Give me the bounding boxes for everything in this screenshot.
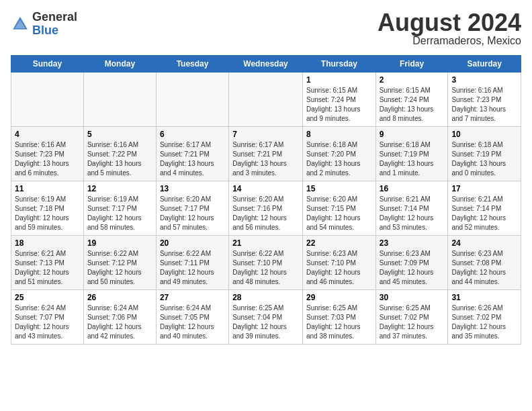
logo-blue-text: Blue xyxy=(32,24,77,38)
calendar-cell: 23Sunrise: 6:23 AMSunset: 7:09 PMDayligh… xyxy=(375,236,448,290)
week-row-3: 11Sunrise: 6:19 AMSunset: 7:18 PMDayligh… xyxy=(11,181,521,236)
calendar-cell: 1Sunrise: 6:15 AMSunset: 7:24 PMDaylight… xyxy=(302,73,375,127)
calendar-cell xyxy=(156,73,228,127)
logo: General Blue xyxy=(11,11,77,38)
day-info: Sunrise: 6:25 AMSunset: 7:03 PMDaylight:… xyxy=(306,304,372,341)
day-info: Sunrise: 6:22 AMSunset: 7:11 PMDaylight:… xyxy=(160,249,225,287)
calendar-cell: 25Sunrise: 6:24 AMSunset: 7:07 PMDayligh… xyxy=(11,290,84,345)
calendar-cell: 14Sunrise: 6:20 AMSunset: 7:16 PMDayligh… xyxy=(229,181,303,236)
day-number: 29 xyxy=(306,293,372,302)
header-thursday: Thursday xyxy=(302,56,375,73)
day-info: Sunrise: 6:21 AMSunset: 7:13 PMDaylight:… xyxy=(15,249,80,287)
calendar-cell: 21Sunrise: 6:22 AMSunset: 7:10 PMDayligh… xyxy=(229,236,303,290)
title-block: August 2024 Derramaderos, Mexico xyxy=(378,11,521,47)
header-friday: Friday xyxy=(375,56,448,73)
week-row-4: 18Sunrise: 6:21 AMSunset: 7:13 PMDayligh… xyxy=(11,236,521,290)
header-monday: Monday xyxy=(83,56,156,73)
calendar-cell: 9Sunrise: 6:18 AMSunset: 7:19 PMDaylight… xyxy=(375,127,448,181)
day-number: 13 xyxy=(160,184,225,193)
day-number: 15 xyxy=(306,184,372,193)
day-number: 16 xyxy=(380,184,445,193)
day-number: 30 xyxy=(380,293,445,302)
day-number: 3 xyxy=(451,75,517,85)
day-number: 1 xyxy=(306,75,372,85)
day-number: 27 xyxy=(160,293,225,302)
calendar-cell: 13Sunrise: 6:20 AMSunset: 7:17 PMDayligh… xyxy=(156,181,228,236)
calendar-cell: 20Sunrise: 6:22 AMSunset: 7:11 PMDayligh… xyxy=(156,236,228,290)
day-number: 14 xyxy=(232,184,299,193)
day-info: Sunrise: 6:24 AMSunset: 7:06 PMDaylight:… xyxy=(87,304,152,341)
day-info: Sunrise: 6:17 AMSunset: 7:21 PMDaylight:… xyxy=(232,140,299,178)
page-header: General Blue August 2024 Derramaderos, M… xyxy=(11,11,521,47)
calendar-table: SundayMondayTuesdayWednesdayThursdayFrid… xyxy=(11,55,521,345)
day-info: Sunrise: 6:23 AMSunset: 7:10 PMDaylight:… xyxy=(306,249,372,287)
calendar-cell xyxy=(11,73,84,127)
day-number: 4 xyxy=(15,130,80,139)
day-info: Sunrise: 6:24 AMSunset: 7:07 PMDaylight:… xyxy=(15,304,80,341)
day-info: Sunrise: 6:18 AMSunset: 7:20 PMDaylight:… xyxy=(306,140,372,178)
calendar-cell: 17Sunrise: 6:21 AMSunset: 7:14 PMDayligh… xyxy=(448,181,521,236)
day-number: 10 xyxy=(451,130,517,139)
calendar-cell: 3Sunrise: 6:16 AMSunset: 7:23 PMDaylight… xyxy=(448,73,521,127)
calendar-cell: 22Sunrise: 6:23 AMSunset: 7:10 PMDayligh… xyxy=(302,236,375,290)
day-info: Sunrise: 6:25 AMSunset: 7:04 PMDaylight:… xyxy=(232,304,299,341)
day-number: 28 xyxy=(232,293,299,302)
calendar-cell: 24Sunrise: 6:23 AMSunset: 7:08 PMDayligh… xyxy=(448,236,521,290)
day-info: Sunrise: 6:19 AMSunset: 7:17 PMDaylight:… xyxy=(87,195,152,232)
calendar-cell: 26Sunrise: 6:24 AMSunset: 7:06 PMDayligh… xyxy=(83,290,156,345)
day-info: Sunrise: 6:21 AMSunset: 7:14 PMDaylight:… xyxy=(380,195,445,232)
calendar-cell: 31Sunrise: 6:26 AMSunset: 7:02 PMDayligh… xyxy=(448,290,521,345)
calendar-header: SundayMondayTuesdayWednesdayThursdayFrid… xyxy=(11,56,521,73)
day-number: 20 xyxy=(160,238,225,248)
day-info: Sunrise: 6:22 AMSunset: 7:12 PMDaylight:… xyxy=(87,249,152,287)
header-row: SundayMondayTuesdayWednesdayThursdayFrid… xyxy=(11,56,521,73)
day-info: Sunrise: 6:24 AMSunset: 7:05 PMDaylight:… xyxy=(160,304,225,341)
day-number: 12 xyxy=(87,184,152,193)
day-number: 5 xyxy=(87,130,152,139)
week-row-2: 4Sunrise: 6:16 AMSunset: 7:23 PMDaylight… xyxy=(11,127,521,181)
logo-text: General Blue xyxy=(32,11,77,38)
day-info: Sunrise: 6:20 AMSunset: 7:16 PMDaylight:… xyxy=(232,195,299,232)
calendar-cell: 28Sunrise: 6:25 AMSunset: 7:04 PMDayligh… xyxy=(229,290,303,345)
day-number: 18 xyxy=(15,238,80,248)
day-number: 19 xyxy=(87,238,152,248)
calendar-cell: 10Sunrise: 6:18 AMSunset: 7:19 PMDayligh… xyxy=(448,127,521,181)
calendar-cell: 16Sunrise: 6:21 AMSunset: 7:14 PMDayligh… xyxy=(375,181,448,236)
logo-icon xyxy=(11,15,30,34)
calendar-cell: 29Sunrise: 6:25 AMSunset: 7:03 PMDayligh… xyxy=(302,290,375,345)
day-number: 26 xyxy=(87,293,152,302)
day-number: 9 xyxy=(380,130,445,139)
header-wednesday: Wednesday xyxy=(229,56,303,73)
calendar-cell: 2Sunrise: 6:15 AMSunset: 7:24 PMDaylight… xyxy=(375,73,448,127)
day-info: Sunrise: 6:26 AMSunset: 7:02 PMDaylight:… xyxy=(451,304,517,341)
calendar-cell: 15Sunrise: 6:20 AMSunset: 7:15 PMDayligh… xyxy=(302,181,375,236)
day-info: Sunrise: 6:22 AMSunset: 7:10 PMDaylight:… xyxy=(232,249,299,287)
calendar-cell: 12Sunrise: 6:19 AMSunset: 7:17 PMDayligh… xyxy=(83,181,156,236)
day-number: 24 xyxy=(451,238,517,248)
day-number: 8 xyxy=(306,130,372,139)
calendar-cell: 11Sunrise: 6:19 AMSunset: 7:18 PMDayligh… xyxy=(11,181,84,236)
day-info: Sunrise: 6:25 AMSunset: 7:02 PMDaylight:… xyxy=(380,304,445,341)
calendar-title: August 2024 xyxy=(378,11,521,35)
day-number: 7 xyxy=(232,130,299,139)
day-number: 22 xyxy=(306,238,372,248)
day-info: Sunrise: 6:17 AMSunset: 7:21 PMDaylight:… xyxy=(160,140,225,178)
week-row-1: 1Sunrise: 6:15 AMSunset: 7:24 PMDaylight… xyxy=(11,73,521,127)
day-info: Sunrise: 6:19 AMSunset: 7:18 PMDaylight:… xyxy=(15,195,80,232)
day-info: Sunrise: 6:20 AMSunset: 7:17 PMDaylight:… xyxy=(160,195,225,232)
day-info: Sunrise: 6:23 AMSunset: 7:08 PMDaylight:… xyxy=(451,249,517,287)
week-row-5: 25Sunrise: 6:24 AMSunset: 7:07 PMDayligh… xyxy=(11,290,521,345)
day-number: 25 xyxy=(15,293,80,302)
day-info: Sunrise: 6:23 AMSunset: 7:09 PMDaylight:… xyxy=(380,249,445,287)
calendar-cell: 7Sunrise: 6:17 AMSunset: 7:21 PMDaylight… xyxy=(229,127,303,181)
day-number: 11 xyxy=(15,184,80,193)
day-info: Sunrise: 6:16 AMSunset: 7:23 PMDaylight:… xyxy=(15,140,80,178)
header-sunday: Sunday xyxy=(11,56,84,73)
calendar-subtitle: Derramaderos, Mexico xyxy=(378,35,521,47)
calendar-body: 1Sunrise: 6:15 AMSunset: 7:24 PMDaylight… xyxy=(11,73,521,345)
logo-general-text: General xyxy=(32,11,77,24)
header-saturday: Saturday xyxy=(448,56,521,73)
day-info: Sunrise: 6:21 AMSunset: 7:14 PMDaylight:… xyxy=(451,195,517,232)
header-tuesday: Tuesday xyxy=(156,56,228,73)
day-info: Sunrise: 6:18 AMSunset: 7:19 PMDaylight:… xyxy=(451,140,517,178)
